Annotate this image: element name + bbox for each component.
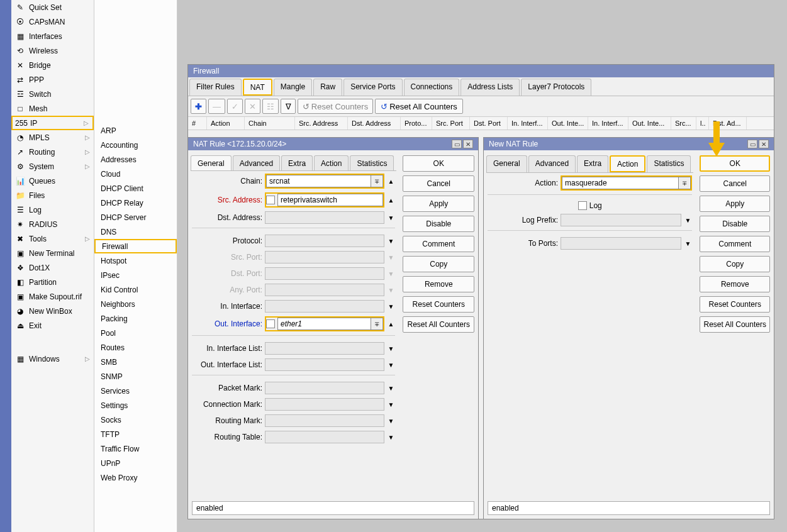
filter-button[interactable]: ∇ [281, 99, 296, 114]
submenu-item-socks[interactable]: Socks [94, 413, 177, 427]
column-header[interactable]: Src... [671, 117, 696, 130]
submenu-item-addresses[interactable]: Addresses [94, 152, 177, 167]
submenu-item-routes[interactable]: Routes [94, 340, 177, 355]
remove-button[interactable]: Remove [403, 276, 474, 292]
submenu-item-dhcp-client[interactable]: DHCP Client [94, 181, 177, 196]
sidebar-item-bridge[interactable]: ✕Bridge [11, 58, 94, 72]
submenu-item-settings[interactable]: Settings [94, 398, 177, 413]
submenu-item-dhcp-relay[interactable]: DHCP Relay [94, 196, 177, 210]
disable-button[interactable]: Disable [700, 216, 770, 232]
reset-counters-button[interactable]: Reset Counters [700, 296, 770, 313]
conmark-field[interactable] [265, 398, 384, 411]
submenu-item-smb[interactable]: SMB [94, 355, 177, 369]
apply-button[interactable]: Apply [700, 196, 770, 212]
chevron-down-icon[interactable]: ∓ [371, 175, 382, 187]
remove-button[interactable]: Remove [700, 276, 770, 292]
close-icon[interactable]: ✕ [759, 140, 769, 148]
submenu-item-dhcp-server[interactable]: DHCP Server [94, 210, 177, 224]
sidebar-item-routing[interactable]: ↗Routing▷ [11, 145, 94, 159]
outiflist-field[interactable] [265, 358, 384, 371]
submenu-item-cloud[interactable]: Cloud [94, 167, 177, 181]
tab-action[interactable]: Action [610, 155, 645, 172]
tab-filter-rules[interactable]: Filter Rules [189, 79, 242, 96]
submenu-item-dns[interactable]: DNS [94, 224, 177, 239]
column-header[interactable]: Out. Inte... [548, 117, 588, 130]
sidebar-item-log[interactable]: ☰Log [11, 202, 94, 217]
dstaddr-field[interactable] [265, 211, 384, 224]
column-header[interactable]: Dst. Port [470, 117, 508, 130]
sidebar-item-windows[interactable]: ▦Windows▷ [11, 352, 94, 366]
submenu-item-ipsec[interactable]: IPsec [94, 268, 177, 282]
sidebar-item-capsman[interactable]: ⦿CAPsMAN [11, 14, 94, 29]
cancel-button[interactable]: Cancel [403, 175, 474, 192]
add-button[interactable]: ✚ [191, 99, 206, 114]
submenu-item-pool[interactable]: Pool [94, 326, 177, 340]
apply-button[interactable]: Apply [403, 196, 474, 212]
disable-button[interactable]: Disable [403, 216, 474, 232]
logpfx-field[interactable] [561, 214, 681, 226]
tab-mangle[interactable]: Mangle [274, 79, 312, 96]
column-header[interactable]: Proto... [401, 117, 432, 130]
cancel-button[interactable]: Cancel [700, 175, 770, 192]
submenu-item-hotspot[interactable]: Hotspot [94, 253, 177, 268]
tab-layer7-protocols[interactable]: Layer7 Protocols [521, 79, 591, 96]
tab-connections[interactable]: Connections [404, 79, 460, 96]
pktmark-field[interactable] [265, 382, 384, 394]
toports-field[interactable] [561, 237, 681, 250]
srcaddr-negate[interactable] [266, 196, 275, 204]
sidebar-item-switch[interactable]: ☲Switch [11, 87, 94, 101]
submenu-item-services[interactable]: Services [94, 384, 177, 398]
reset-all-counters-button[interactable]: ↺Reset All Counters [375, 99, 463, 114]
tab-statistics[interactable]: Statistics [350, 155, 394, 170]
sidebar-item-wireless[interactable]: ⟲Wireless [11, 43, 94, 58]
submenu-item-snmp[interactable]: SNMP [94, 369, 177, 384]
submenu-item-web-proxy[interactable]: Web Proxy [94, 470, 177, 485]
column-header[interactable]: In. Interf... [588, 117, 628, 130]
tab-advanced[interactable]: Advanced [233, 155, 280, 170]
minimize-icon[interactable]: ▭ [452, 140, 462, 148]
sidebar-item-system[interactable]: ⚙System▷ [11, 159, 94, 174]
tab-nat[interactable]: NAT [243, 79, 272, 96]
sidebar-item-ip[interactable]: 255IP▷ [11, 116, 94, 130]
submenu-item-upnp[interactable]: UPnP [94, 456, 177, 470]
tab-raw[interactable]: Raw [313, 79, 342, 96]
sidebar-item-dot1x[interactable]: ❖Dot1X [11, 260, 94, 275]
sidebar-item-ppp[interactable]: ⇄PPP [11, 72, 94, 87]
column-header[interactable]: In. Interf... [508, 117, 548, 130]
column-header[interactable]: Action [207, 117, 245, 130]
copy-button[interactable]: Copy [700, 256, 770, 272]
enable-button[interactable]: ✓ [227, 99, 243, 114]
reset-counters-button[interactable]: ↺ Reset Counters [298, 99, 373, 114]
sidebar-item-interfaces[interactable]: ▦Interfaces [11, 29, 94, 43]
new-nat-title[interactable]: New NAT Rule ▭✕ [484, 138, 774, 150]
tab-advanced[interactable]: Advanced [528, 155, 576, 172]
tab-service-ports[interactable]: Service Ports [343, 79, 402, 96]
ok-button[interactable]: OK [700, 155, 770, 172]
column-header[interactable]: Chain [245, 117, 295, 130]
sidebar-item-mpls[interactable]: ◔MPLS▷ [11, 130, 94, 145]
sidebar-item-files[interactable]: 📁Files [11, 188, 94, 202]
nat-rule-title[interactable]: NAT Rule <172.15.20.0/24> ▭✕ [188, 138, 478, 150]
chevron-down-icon[interactable]: ∓ [371, 318, 382, 330]
submenu-item-packing[interactable]: Packing [94, 311, 177, 326]
outif-negate[interactable] [266, 319, 275, 328]
column-header[interactable]: l.. [696, 117, 709, 130]
tab-action[interactable]: Action [314, 155, 349, 170]
submenu-item-kid-control[interactable]: Kid Control [94, 282, 177, 297]
comment-button[interactable]: Comment [700, 236, 770, 252]
firewall-title-bar[interactable]: Firewall [188, 65, 774, 77]
reset-counters-button[interactable]: Reset Counters [403, 296, 474, 313]
minimize-icon[interactable]: ▭ [747, 140, 757, 148]
tab-extra[interactable]: Extra [281, 155, 313, 170]
chevron-down-icon[interactable]: ∓ [678, 177, 689, 189]
tab-address-lists[interactable]: Address Lists [460, 79, 520, 96]
copy-button[interactable]: Copy [403, 256, 474, 272]
sidebar-item-tools[interactable]: ✖Tools▷ [11, 231, 94, 246]
sidebar-item-make-supout-rif[interactable]: ▣Make Supout.rif [11, 289, 94, 304]
sidebar-item-new-winbox[interactable]: ◕New WinBox [11, 304, 94, 318]
sidebar-item-mesh[interactable]: □Mesh [11, 101, 94, 116]
ok-button[interactable]: OK [403, 155, 474, 172]
submenu-item-traffic-flow[interactable]: Traffic Flow [94, 441, 177, 456]
close-icon[interactable]: ✕ [463, 140, 473, 148]
routtbl-field[interactable] [265, 431, 384, 443]
